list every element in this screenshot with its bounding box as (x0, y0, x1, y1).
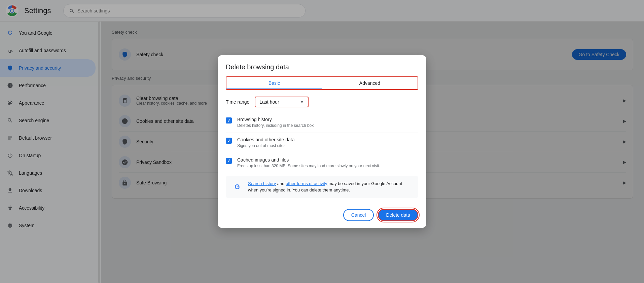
dialog-tabs: Basic Advanced (226, 76, 418, 90)
cookies-sublabel: Signs you out of most sites (237, 143, 294, 149)
checkbox-cached-input[interactable]: ✓ (226, 158, 232, 164)
dialog-footer: Cancel Delete data (218, 204, 426, 228)
dialog-body: ✓ Browsing history Deletes history, incl… (218, 113, 426, 173)
browsing-history-sublabel: Deletes history, including in the search… (237, 123, 314, 129)
checkbox-cookies-input[interactable]: ✓ (226, 138, 232, 144)
cancel-button[interactable]: Cancel (343, 209, 374, 221)
tab-basic[interactable]: Basic (226, 77, 322, 89)
modal-overlay: Delete browsing data Basic Advanced Time… (0, 0, 644, 283)
cached-text-block: Cached images and files Frees up less th… (237, 157, 380, 169)
search-history-link[interactable]: Search history (248, 181, 276, 186)
checkbox-cached: ✓ Cached images and files Frees up less … (226, 153, 418, 173)
checkmark-icon-3: ✓ (227, 158, 231, 163)
time-range-label: Time range (226, 99, 249, 105)
cookies-text-block: Cookies and other site data Signs you ou… (237, 137, 294, 149)
google-account-info-text: Search history and other forms of activi… (248, 180, 413, 193)
checkbox-cookies: ✓ Cookies and other site data Signs you … (226, 133, 418, 153)
google-account-info-box: G Search history and other forms of acti… (226, 176, 418, 198)
checkmark-icon-2: ✓ (227, 138, 231, 143)
dropdown-arrow-icon: ▼ (300, 100, 304, 104)
dialog-title: Delete browsing data (226, 63, 418, 71)
cached-sublabel: Frees up less than 320 MB. Some sites ma… (237, 163, 380, 169)
tab-advanced[interactable]: Advanced (322, 77, 418, 89)
browsing-history-label: Browsing history (237, 117, 314, 122)
other-activity-link[interactable]: other forms of activity (286, 181, 327, 186)
checkmark-icon: ✓ (227, 118, 231, 123)
delete-data-button[interactable]: Delete data (378, 209, 418, 221)
checkbox-browsing-history-input[interactable]: ✓ (226, 117, 232, 123)
delete-browsing-data-dialog: Delete browsing data Basic Advanced Time… (218, 55, 426, 227)
dialog-header: Delete browsing data Basic Advanced (218, 55, 426, 90)
time-range-select[interactable]: Last hour ▼ (255, 97, 309, 107)
time-range-row: Time range Last hour ▼ (218, 90, 426, 113)
cookies-label: Cookies and other site data (237, 137, 294, 142)
time-range-value: Last hour (259, 99, 297, 105)
google-account-icon: G (231, 181, 243, 193)
info-text-mid: and (276, 181, 286, 186)
checkbox-browsing-history: ✓ Browsing history Deletes history, incl… (226, 113, 418, 133)
cached-label: Cached images and files (237, 157, 380, 163)
browsing-history-text: Browsing history Deletes history, includ… (237, 117, 314, 129)
